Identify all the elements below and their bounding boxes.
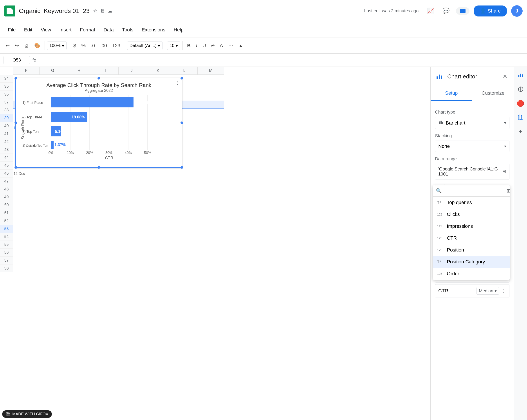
- menu-view[interactable]: View: [37, 25, 55, 34]
- text-color-button[interactable]: A: [218, 41, 225, 50]
- chart-type-label: Chart type: [435, 110, 509, 115]
- stacking-value: None: [438, 144, 502, 149]
- chart-handle-bm[interactable]: [98, 166, 100, 169]
- dropdown-item-impressions[interactable]: 123 Impressions: [433, 220, 510, 232]
- underline-button[interactable]: U: [200, 41, 208, 50]
- chart-wrapper[interactable]: ⋮ Average Click Through Rate by Search R…: [15, 78, 182, 168]
- fx-icon: fx: [33, 57, 36, 63]
- sidebar-icon-add[interactable]: +: [516, 127, 526, 136]
- print-button[interactable]: 🖨: [22, 41, 31, 50]
- cell-reference[interactable]: O53: [3, 56, 30, 64]
- dropdown-item-position-category[interactable]: Tᴿ Position Category: [433, 256, 510, 268]
- sidebar-icon-maps[interactable]: [516, 112, 526, 122]
- chart-menu-button[interactable]: ⋮: [175, 80, 180, 86]
- grid-toggle-icon[interactable]: ⊞: [506, 188, 510, 194]
- svg-rect-29: [518, 75, 519, 77]
- dropdown-item-ctr[interactable]: 123 CTR: [433, 232, 510, 244]
- sidebar-icon-explore[interactable]: [516, 84, 526, 94]
- chart-handle-br[interactable]: [180, 166, 183, 169]
- drive-icon[interactable]: 🖥: [100, 8, 105, 14]
- comment-icon[interactable]: 💬: [440, 5, 451, 16]
- menu-file[interactable]: File: [4, 25, 19, 34]
- dropdown-item-top-queries[interactable]: Tᴿ Top queries: [433, 197, 510, 209]
- dropdown-item-position[interactable]: 123 Position: [433, 244, 510, 256]
- row-44: 44: [0, 154, 13, 162]
- tab-setup[interactable]: Setup: [431, 86, 472, 101]
- percent-button[interactable]: %: [79, 41, 88, 50]
- chart-handle-bl[interactable]: [14, 166, 17, 169]
- svg-rect-24: [439, 75, 440, 79]
- chart-handle-mr[interactable]: [180, 122, 183, 124]
- star-icon[interactable]: ☆: [93, 8, 98, 14]
- zoom-arrow: ▾: [62, 43, 64, 48]
- sidebar-icon-red[interactable]: 🔴: [516, 99, 526, 108]
- more-button[interactable]: ⋯: [226, 41, 235, 50]
- close-chart-editor-button[interactable]: ✕: [501, 72, 509, 81]
- col-header-g: G: [40, 67, 66, 75]
- menu-format[interactable]: Format: [77, 25, 99, 34]
- redo-button[interactable]: ↪: [13, 41, 21, 50]
- sidebar-icon-chart[interactable]: [516, 70, 526, 80]
- chart-handle-tl[interactable]: [14, 77, 17, 79]
- top-actions: 📈 💬 👤 Share J: [425, 5, 523, 17]
- chart-handle-tr[interactable]: [180, 77, 183, 79]
- series-three-dot-2[interactable]: ⋮: [501, 288, 506, 294]
- yaxis-search-input[interactable]: [444, 188, 504, 194]
- svg-text:4) Outside Top Ten: 4) Outside Top Ten: [22, 144, 48, 147]
- dropdown-item-clicks[interactable]: 123 Clicks: [433, 209, 510, 220]
- font-select[interactable]: Default (Ari...) ▾: [127, 42, 163, 50]
- row-49: 49: [0, 193, 13, 201]
- cloud-icon[interactable]: ☁: [108, 8, 112, 14]
- item-type-icon-4: 123: [437, 248, 444, 252]
- chart-type-dropdown[interactable]: Bar chart ▾: [435, 117, 509, 129]
- item-type-icon-5: Tᴿ: [437, 260, 444, 264]
- data-range-value: 'Google Search Console'!A1:G1001: [438, 166, 500, 177]
- item-type-icon-3: 123: [437, 236, 444, 240]
- menu-data[interactable]: Data: [100, 25, 117, 34]
- dropdown-item-order[interactable]: 123 Order: [433, 268, 510, 280]
- collapse-button[interactable]: ▲: [236, 41, 245, 50]
- decimal0-button[interactable]: .0: [89, 41, 97, 50]
- series-dropdown-arrow-2: ▾: [494, 288, 497, 293]
- meet-button[interactable]: [456, 7, 470, 15]
- format-number-button[interactable]: 123: [110, 41, 122, 50]
- menu-edit[interactable]: Edit: [21, 25, 36, 34]
- formula-bar: O53 fx: [0, 54, 527, 67]
- italic-button[interactable]: I: [194, 41, 199, 50]
- row-56: 56: [0, 249, 13, 256]
- tab-customize[interactable]: Customize: [472, 86, 514, 101]
- chart-handle-ml[interactable]: [14, 122, 17, 124]
- bold-button[interactable]: B: [185, 41, 193, 50]
- row-48: 48: [0, 185, 13, 193]
- analytics-icon[interactable]: 📈: [425, 5, 436, 16]
- currency-button[interactable]: $: [71, 41, 78, 50]
- col-header-k: K: [145, 67, 171, 75]
- font-size-select[interactable]: 10 ▾: [167, 42, 180, 50]
- menu-extensions[interactable]: Extensions: [138, 25, 169, 34]
- svg-text:30%: 30%: [105, 151, 112, 155]
- avatar[interactable]: J: [511, 5, 523, 17]
- bar-4: [51, 141, 54, 149]
- strikethrough-button[interactable]: S: [209, 41, 217, 50]
- share-icon: 👤: [480, 8, 486, 14]
- menu-tools[interactable]: Tools: [119, 25, 137, 34]
- stacking-dropdown[interactable]: None ▾: [435, 141, 509, 152]
- undo-button[interactable]: ↩: [3, 41, 12, 50]
- svg-marker-35: [518, 115, 523, 120]
- svg-text:5.16%: 5.16%: [55, 129, 66, 134]
- share-button[interactable]: 👤 Share: [474, 5, 507, 16]
- stacking-label: Stacking: [435, 133, 509, 138]
- menu-insert[interactable]: Insert: [56, 25, 75, 34]
- font-arrow: ▾: [158, 43, 160, 48]
- zoom-select[interactable]: 100% ▾: [47, 42, 66, 50]
- fontsize-arrow: ▾: [176, 43, 178, 48]
- col-header-m: M: [198, 67, 224, 75]
- grid-icon-button[interactable]: ⊞: [502, 169, 506, 174]
- chart-handle-tm[interactable]: [98, 77, 100, 79]
- decimal00-button[interactable]: .00: [98, 41, 109, 50]
- menu-help[interactable]: Help: [170, 25, 187, 34]
- series-dropdown-2[interactable]: Median ▾: [476, 287, 499, 295]
- svg-text:20%: 20%: [86, 151, 93, 155]
- paint-format-button[interactable]: 🎨: [32, 41, 42, 50]
- row-35: 35: [0, 83, 13, 90]
